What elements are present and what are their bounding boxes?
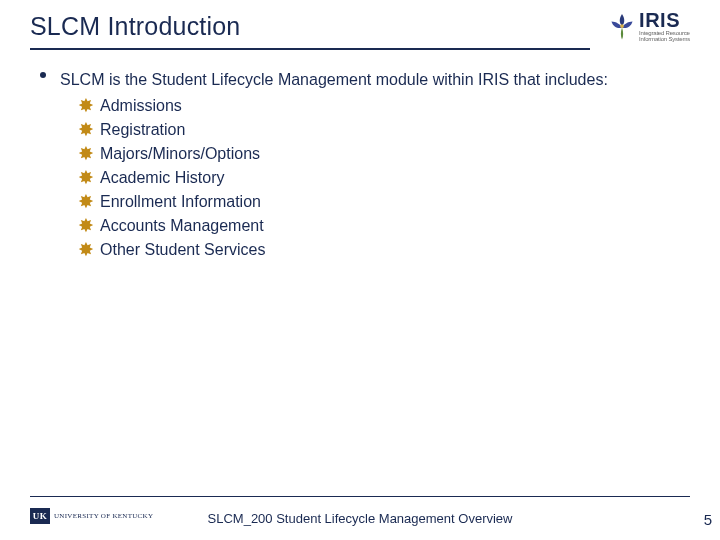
star-bullet-icon: ✸ — [76, 240, 96, 259]
page-number: 5 — [704, 511, 712, 528]
iris-subtitle-2: Information Systems — [639, 36, 690, 42]
slide-body: SLCM is the Student Lifecycle Management… — [40, 70, 670, 264]
list-item: ✸ Accounts Management — [76, 216, 670, 235]
bullet-dot-icon — [40, 72, 46, 78]
star-bullet-icon: ✸ — [76, 192, 96, 211]
iris-text-block: IRIS Integrated Resource Information Sys… — [639, 10, 690, 42]
slide-title: SLCM Introduction — [30, 12, 240, 45]
list-item-label: Other Student Services — [100, 241, 265, 259]
list-item: ✸ Other Student Services — [76, 240, 670, 259]
list-item: ✸ Admissions — [76, 96, 670, 115]
star-bullet-icon: ✸ — [76, 168, 96, 187]
svg-point-0 — [620, 24, 624, 28]
list-item: ✸ Majors/Minors/Options — [76, 144, 670, 163]
list-item: ✸ Academic History — [76, 168, 670, 187]
footer-divider — [30, 496, 690, 497]
list-item-label: Registration — [100, 121, 185, 139]
slide: SLCM Introduction IRIS Integrated Resour… — [0, 0, 720, 540]
list-item-label: Majors/Minors/Options — [100, 145, 260, 163]
iris-logo: IRIS Integrated Resource Information Sys… — [607, 10, 690, 42]
star-bullet-icon: ✸ — [76, 120, 96, 139]
iris-flower-icon — [607, 11, 637, 41]
list-item-label: Accounts Management — [100, 217, 264, 235]
footer-course-title: SLCM_200 Student Lifecycle Management Ov… — [0, 511, 720, 526]
list-item-label: Academic History — [100, 169, 224, 187]
sublist: ✸ Admissions ✸ Registration ✸ Majors/Min… — [76, 96, 670, 259]
star-bullet-icon: ✸ — [76, 216, 96, 235]
iris-word: IRIS — [639, 10, 690, 30]
list-item-label: Admissions — [100, 97, 182, 115]
lead-text: SLCM is the Student Lifecycle Management… — [60, 70, 608, 90]
star-bullet-icon: ✸ — [76, 96, 96, 115]
lead-row: SLCM is the Student Lifecycle Management… — [40, 70, 670, 90]
list-item: ✸ Registration — [76, 120, 670, 139]
list-item-label: Enrollment Information — [100, 193, 261, 211]
slide-footer: UK UNIVERSITY OF KENTUCKY SLCM_200 Stude… — [0, 500, 720, 530]
list-item: ✸ Enrollment Information — [76, 192, 670, 211]
title-row: SLCM Introduction IRIS Integrated Resour… — [30, 12, 690, 45]
star-bullet-icon: ✸ — [76, 144, 96, 163]
title-underline — [30, 48, 590, 50]
